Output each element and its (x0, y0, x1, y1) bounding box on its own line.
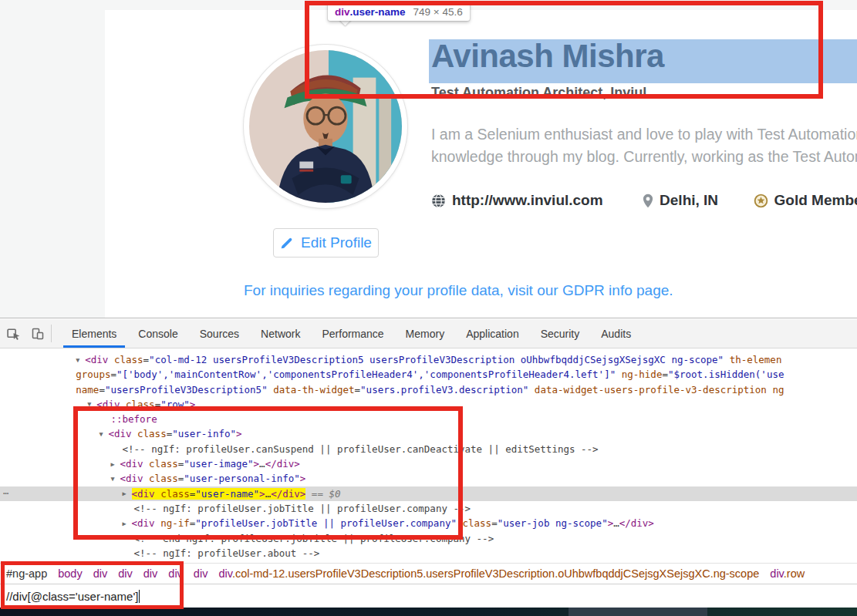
taskbar-sliver (0, 608, 857, 616)
website-link[interactable]: http://www.inviul.com (431, 192, 603, 209)
devtools-tabs: ElementsConsoleSourcesNetworkPerformance… (61, 319, 642, 348)
tooltip-dimensions: 749 × 45.6 (413, 6, 463, 18)
tab-network[interactable]: Network (250, 319, 311, 348)
breadcrumb-item[interactable]: div.row (770, 567, 805, 580)
pencil-icon (280, 236, 294, 250)
tab-elements[interactable]: Elements (61, 319, 127, 348)
location-label: Delhi, IN (643, 192, 718, 209)
inspect-element-icon[interactable] (0, 319, 26, 348)
tab-memory[interactable]: Memory (395, 319, 456, 348)
tab-sources[interactable]: Sources (189, 319, 250, 348)
profile-job-title: Test Automation Architect, Inviul (431, 85, 646, 101)
profile-meta-row: http://www.inviul.com Delhi, IN Gold Mem… (431, 192, 857, 212)
breadcrumb-item[interactable]: #ng-app (6, 567, 47, 580)
avatar-photo (249, 50, 402, 203)
elements-tree: ▼<div class="col-md-12 usersProfileV3Des… (0, 348, 857, 563)
tree-expand-arrow-icon[interactable]: ▶ (110, 457, 120, 472)
dom-tree-line[interactable]: ▼<div class="user-personal-info"> (0, 471, 857, 486)
avatar (244, 45, 407, 208)
dom-tree-line[interactable]: ▼<div class="row"> (0, 397, 857, 412)
tree-expand-arrow-icon[interactable]: ▼ (110, 472, 120, 486)
dom-breadcrumb-bar: #ng-appbodydivdivdivdivdivdiv.col-md-12.… (0, 563, 857, 584)
profile-card: Avinash Mishra Test Automation Architect… (105, 10, 857, 318)
dom-tree-line[interactable]: <!-- end ngIf: profileUser.jobTitle || p… (0, 531, 857, 546)
breadcrumb-item[interactable]: body (58, 567, 82, 580)
inspect-tooltip: div.user-name 749 × 45.6 (328, 2, 470, 21)
dom-tree-line[interactable]: <!-- ngIf: profileUser.canSuspend || pro… (0, 442, 857, 456)
tab-audits[interactable]: Audits (590, 319, 642, 348)
profile-name: Avinash Mishra (431, 38, 664, 75)
dom-tree-line[interactable]: ::before (0, 412, 857, 426)
tree-expand-arrow-icon[interactable]: ▶ (123, 517, 132, 531)
devtools-panel: ElementsConsoleSourcesNetworkPerformance… (0, 318, 857, 616)
membership-badge: Gold Member (754, 192, 857, 209)
breadcrumb-item[interactable]: div.col-md-12.usersProfileV3Description5… (218, 567, 759, 580)
dom-tree-line[interactable]: <!-- ngIf: profileUser.jobTitle || profi… (0, 501, 857, 516)
row-overflow-dots-icon[interactable]: ⋯ (3, 486, 9, 501)
breadcrumb-item[interactable]: div (194, 567, 208, 580)
gold-medal-icon (754, 194, 768, 208)
profile-bio-line-1: I am a Selenium enthusiast and love to p… (431, 123, 857, 146)
search-query-text: //div[@class='user-name'] (6, 590, 138, 603)
device-toolbar-icon[interactable] (26, 319, 49, 348)
dom-tree-line[interactable]: ▼<div class="col-md-12 usersProfileV3Des… (0, 352, 857, 367)
gdpr-notice-link[interactable]: For inquiries regarding your profile dat… (244, 282, 673, 299)
profile-bio-line-2: knowledge through my blog. Currently, wo… (431, 146, 857, 168)
text-caret (139, 590, 140, 603)
tooltip-selector-tag: div (335, 6, 350, 18)
dom-tree-line[interactable]: name="usersProfileV3Description5" data-t… (0, 382, 857, 397)
breadcrumb-item[interactable]: div (168, 567, 183, 580)
taskbar-item (569, 608, 707, 616)
devtools-search-input[interactable]: //div[@class='user-name'] (6, 590, 140, 603)
tree-expand-arrow-icon[interactable]: ▶ (123, 486, 132, 501)
location-pin-icon (643, 194, 653, 208)
tree-expand-arrow-icon[interactable]: ▼ (87, 397, 96, 412)
dom-tree-line[interactable]: ▶<div class="user-image">…</div> (0, 456, 857, 471)
globe-icon (431, 194, 446, 208)
breadcrumb-item[interactable]: div (143, 567, 158, 580)
toolbar-separator (51, 325, 52, 342)
tab-security[interactable]: Security (530, 319, 591, 348)
browser-page-background: Avinash Mishra Test Automation Architect… (0, 0, 857, 318)
screenshot-root: Avinash Mishra Test Automation Architect… (0, 0, 857, 616)
dom-tree-line-selected[interactable]: ⋯▶<div class="user-name">…</div> == $0 (0, 486, 857, 501)
dom-tree-line[interactable]: <!-- ngIf: profileUser.about --> (0, 546, 857, 560)
tab-application[interactable]: Application (455, 319, 530, 348)
tab-performance[interactable]: Performance (311, 319, 394, 348)
edit-profile-button[interactable]: Edit Profile (273, 228, 379, 258)
breadcrumb-item[interactable]: div (118, 567, 133, 580)
tree-expand-arrow-icon[interactable]: ▼ (99, 427, 108, 442)
dom-tree-line[interactable]: ▶<div ng-if="profileUser.jobTitle || pro… (0, 516, 857, 530)
breadcrumb-item[interactable]: div (93, 567, 108, 580)
devtools-toolbar: ElementsConsoleSourcesNetworkPerformance… (0, 319, 857, 348)
tooltip-selector-class: .user-name (350, 6, 406, 18)
tree-expand-arrow-icon[interactable]: ▼ (76, 353, 85, 368)
devtools-find-bar: //div[@class='user-name'] (0, 584, 857, 608)
dom-tree-line[interactable]: groups="['body','mainContentRow','compon… (0, 367, 857, 382)
tab-console[interactable]: Console (127, 319, 188, 348)
dom-tree-line[interactable]: ▼<div class="user-info"> (0, 426, 857, 441)
